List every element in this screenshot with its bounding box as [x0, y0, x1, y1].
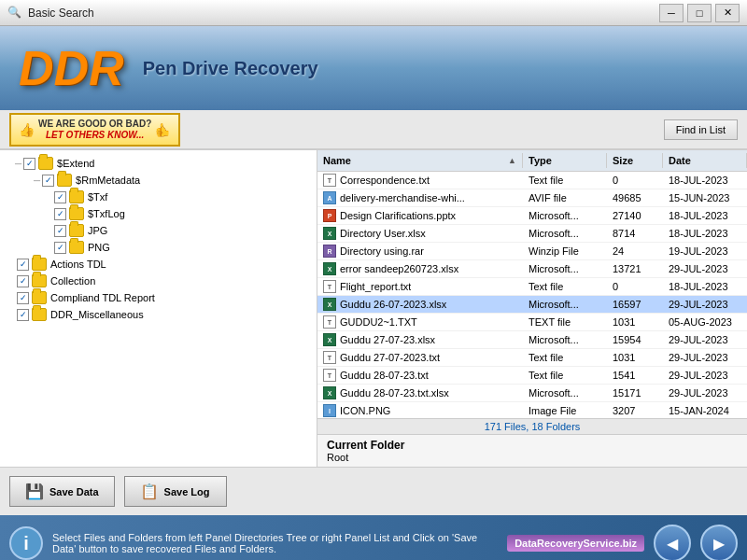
title-bar: 🔍 Basic Search ─ □ ✕ [0, 0, 747, 26]
file-type-cell: Text file [523, 172, 607, 189]
prev-button[interactable]: ◀ [654, 525, 691, 560]
close-button[interactable]: ✕ [715, 4, 740, 22]
tree-item[interactable]: JPG [0, 222, 317, 239]
table-row[interactable]: XGuddu 26-07-2023.xlsxMicrosoft...165972… [317, 296, 747, 314]
col-name[interactable]: Name ▲ [317, 153, 523, 168]
sort-arrow-name: ▲ [508, 156, 516, 165]
file-type-icon: P [323, 209, 336, 222]
file-type-cell: Microsoft... [523, 385, 607, 401]
tree-item[interactable]: $Txf [0, 189, 317, 205]
thumbs-down-icon: 👍 [155, 122, 171, 137]
folder-icon [32, 291, 47, 304]
tree-item[interactable]: Compliand TDL Report [0, 289, 317, 306]
tree-item[interactable]: Collection [0, 273, 317, 289]
table-row[interactable]: Adelivery-merchandise-whi...AVIF file496… [317, 189, 747, 207]
file-type-cell: Microsoft... [523, 296, 607, 313]
tree-checkbox[interactable] [54, 225, 66, 237]
folder-icon [57, 174, 72, 187]
file-size-cell: 0 [607, 278, 663, 295]
next-button[interactable]: ▶ [700, 525, 738, 560]
table-row[interactable]: Xerror sandeep260723.xlsxMicrosoft...137… [317, 260, 747, 278]
tree-item-label: JPG [88, 225, 107, 236]
col-date[interactable]: Date [663, 153, 747, 168]
save-log-button[interactable]: 📋 Save Log [124, 476, 227, 507]
file-type-icon: T [323, 315, 336, 329]
tree-item[interactable]: Actions TDL [0, 256, 317, 273]
file-type-cell: Microsoft... [523, 207, 607, 224]
we-are-good-line1: WE ARE GOOD OR BAD? [38, 119, 151, 130]
file-type-icon: A [323, 191, 336, 204]
file-type-icon: T [323, 280, 336, 293]
folder-icon [69, 207, 84, 220]
tree-checkbox[interactable] [54, 242, 66, 254]
file-name-cell: TGuddu 27-07-2023.txt [317, 349, 523, 366]
file-name-cell: IICON.PNG [317, 402, 523, 418]
table-row[interactable]: XGuddu 28-07-23.txt.xlsxMicrosoft...1517… [317, 385, 747, 402]
folder-icon [32, 258, 47, 271]
tree-item-label: Actions TDL [50, 259, 106, 270]
file-type-icon: X [323, 386, 336, 399]
file-date-cell: 18-JUL-2023 [663, 207, 747, 224]
file-name-cell: XGuddu 28-07-23.txt.xlsx [317, 385, 523, 401]
table-row[interactable]: IICON.PNGImage File320715-JAN-202417:30 [317, 402, 747, 418]
save-data-button[interactable]: 💾 Save Data [9, 476, 115, 507]
file-list-panel: Name ▲ Type Size Date Time TCorresponden… [317, 150, 747, 467]
tree-checkbox[interactable] [42, 175, 54, 187]
table-row[interactable]: TGUDDU2~1.TXTTEXT file103105-AUG-202314:… [317, 314, 747, 331]
file-type-icon: X [323, 298, 336, 311]
tree-checkbox[interactable] [23, 158, 35, 170]
tree-item-label: Collection [50, 275, 95, 287]
table-row[interactable]: PDesign Clarifications.pptxMicrosoft...2… [317, 207, 747, 225]
table-row[interactable]: TFlight_report.txtText file018-JUL-20231… [317, 278, 747, 296]
window-title: Basic Search [28, 7, 94, 20]
ddr-logo: DDR [19, 40, 124, 96]
file-type-cell: Text file [523, 278, 607, 295]
maximize-button[interactable]: □ [687, 4, 712, 22]
file-name-cell: TGUDDU2~1.TXT [317, 314, 523, 330]
tree-item-label: Compliand TDL Report [50, 292, 155, 303]
file-name-cell: TGuddu 28-07-23.txt [317, 367, 523, 384]
file-date-cell: 18-JUL-2023 [663, 225, 747, 242]
minimize-button[interactable]: ─ [659, 4, 684, 22]
file-name-cell: XGuddu 26-07-2023.xlsx [317, 296, 523, 313]
table-row[interactable]: XDirectory User.xlsxMicrosoft...871418-J… [317, 225, 747, 243]
find-in-list-button[interactable]: Find in List [664, 119, 738, 140]
tree-checkbox[interactable] [17, 292, 29, 304]
table-row[interactable]: XGuddu 27-07-23.xlsxMicrosoft...1595429-… [317, 331, 747, 349]
file-name-cell: Xerror sandeep260723.xlsx [317, 260, 523, 277]
we-are-good-line2: LET OTHERS KNOW... [38, 130, 151, 141]
table-row[interactable]: TGuddu 28-07-23.txtText file154129-JUL-2… [317, 367, 747, 385]
table-row[interactable]: TGuddu 27-07-2023.txtText file103129-JUL… [317, 349, 747, 367]
file-size-cell: 3207 [607, 402, 663, 418]
file-name-cell: XGuddu 27-07-23.xlsx [317, 331, 523, 348]
tree-checkbox[interactable] [17, 309, 29, 321]
file-type-icon: T [323, 351, 336, 364]
tree-item[interactable]: DDR_Miscellaneous [0, 306, 317, 323]
tree-item[interactable]: ─$Extend [0, 155, 317, 172]
col-type[interactable]: Type [523, 153, 607, 168]
file-name-cell: TFlight_report.txt [317, 278, 523, 295]
tree-item[interactable]: PNG [0, 239, 317, 256]
tree-checkbox[interactable] [54, 191, 66, 203]
expand-icon: ─ [15, 159, 21, 169]
file-type-cell: Winzip File [523, 243, 607, 259]
header-subtitle: Pen Drive Recovery [143, 58, 318, 79]
file-date-cell: 29-JUL-2023 [663, 296, 747, 313]
we-are-good-button[interactable]: 👍 WE ARE GOOD OR BAD? LET OTHERS KNOW...… [9, 113, 180, 147]
file-type-icon: T [323, 369, 336, 382]
tree-item[interactable]: $TxfLog [0, 205, 317, 222]
file-count-status: 171 Files, 18 Folders [317, 418, 747, 434]
table-row[interactable]: RDirectory using.rarWinzip File2419-JUL-… [317, 243, 747, 260]
tree-checkbox[interactable] [17, 275, 29, 287]
directory-tree: ─$Extend─$RmMetadata $Txf $TxfLog JPG PN… [0, 150, 317, 467]
tree-checkbox[interactable] [54, 208, 66, 220]
folder-icon [32, 308, 47, 321]
tree-checkbox[interactable] [17, 259, 29, 271]
col-size[interactable]: Size [607, 153, 663, 168]
tree-item[interactable]: ─$RmMetadata [0, 172, 317, 189]
folder-icon [32, 274, 47, 287]
tree-item-label: $RmMetadata [76, 175, 140, 186]
table-row[interactable]: TCorrespondence.txtText file018-JUL-2023… [317, 172, 747, 189]
file-list-body[interactable]: TCorrespondence.txtText file018-JUL-2023… [317, 172, 747, 418]
file-type-icon: X [323, 333, 336, 346]
